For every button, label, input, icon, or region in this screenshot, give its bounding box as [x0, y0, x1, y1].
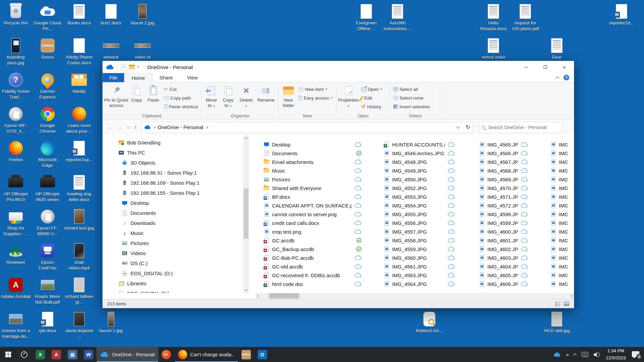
desktop-icon[interactable]: ?Fidelity Active Trad...	[0, 72, 32, 100]
scroll-right-icon[interactable]	[568, 295, 574, 297]
desktop-icon[interactable]: Learn more about your ...	[63, 106, 95, 134]
desktop-icon[interactable]: request for 150 plans.pdf	[509, 3, 541, 32]
up-button[interactable]: ↑	[134, 124, 137, 130]
desktop-icon[interactable]: edward	[95, 38, 127, 60]
desktop-icon[interactable]: netsol order	[478, 38, 509, 60]
desktop-icon[interactable]: Shop for Supplies - ...	[0, 208, 32, 237]
desktop-icon[interactable]: Hello Rosaria.docx	[478, 3, 509, 32]
file-item[interactable]: IMG_4557.JPG	[384, 227, 455, 236]
sidebar-item-eos-digital-d-[interactable]: EOS_DIGITAL (D:)	[103, 288, 249, 293]
nav-scrollbar[interactable]	[243, 135, 249, 293]
file-item[interactable]: IMG_4572.JPG	[479, 201, 528, 210]
taskbar-onedrive-window[interactable]: OneDrive - Personal	[97, 347, 158, 362]
file-item[interactable]: IMG_4558.JPG	[384, 236, 455, 245]
new-folder-quick-icon[interactable]	[129, 65, 135, 69]
taskbar-word[interactable]: W	[80, 347, 97, 362]
desktop-icon[interactable]: Epson WF-3720_4...	[0, 106, 32, 134]
breadcrumb-chevron-icon[interactable]	[205, 126, 208, 128]
sidebar-item-videos[interactable]: Videos	[103, 248, 249, 258]
sidebar-item-libraries[interactable]: Libraries	[103, 278, 249, 288]
sidebar-item-3d-objects[interactable]: 3D Objects	[103, 158, 249, 168]
file-item[interactable]: IMG_46	[550, 149, 574, 158]
copy-to-button[interactable]: Copyto	[220, 84, 236, 108]
title-bar[interactable]: OneDrive - Personal ×	[103, 61, 574, 73]
copy-button[interactable]: Copy	[128, 84, 145, 103]
desktop-icon[interactable]: Wrptr.docx	[32, 311, 63, 334]
properties-button[interactable]: Properties	[338, 84, 359, 108]
scroll-up-icon[interactable]	[243, 135, 249, 141]
file-item[interactable]: IMG_4559.JPG	[384, 245, 455, 253]
cast-icon[interactable]	[579, 347, 591, 362]
recent-locations-icon[interactable]	[126, 125, 130, 128]
file-item[interactable]: Whtml code.doc	[264, 280, 362, 288]
thumbnails-view-icon[interactable]	[564, 302, 569, 306]
desktop-icon[interactable]: fidelity	[63, 72, 95, 95]
desktop-icon[interactable]: Xfinity Phone Codes.docx	[63, 38, 95, 66]
desktop-icon[interactable]: Google Chrome	[32, 106, 63, 134]
file-item[interactable]: IMG_46	[550, 210, 574, 219]
paste-button[interactable]: Paste	[145, 84, 162, 103]
horizontal-scrollbar-thumb[interactable]	[269, 293, 299, 299]
file-item[interactable]: Music	[264, 166, 362, 175]
select-none-button[interactable]: Select none	[391, 94, 432, 102]
file-item[interactable]: IMG_4554.JPG	[384, 201, 455, 210]
file-item[interactable]: AGC_Backup.accdb	[264, 245, 362, 253]
file-item[interactable]: IMG_46	[550, 184, 574, 192]
desktop-icon[interactable]: SONOSSonos	[32, 38, 63, 60]
desktop-icon[interactable]: HCG obit.jpg	[541, 311, 573, 334]
invert-selection-button[interactable]: Invert selection	[391, 102, 432, 111]
desktop-icon[interactable]: scenes from a marriage.do...	[0, 311, 32, 340]
copy-path-button[interactable]: Copy path	[162, 94, 200, 102]
file-item[interactable]: IMG_46	[550, 158, 574, 166]
desktop-icon[interactable]: howling dog letter.docx	[63, 174, 95, 203]
file-item[interactable]: IMG_46	[550, 262, 574, 271]
sidebar-item-bob-griendling[interactable]: Bob Griendling	[103, 137, 249, 147]
desktop-icon[interactable]: ♻Recycle Bin	[0, 3, 32, 26]
desktop-icon[interactable]: faucet 2.jpg	[127, 3, 158, 26]
desktop-icon[interactable]: test1.docx	[95, 3, 127, 26]
file-item[interactable]: Shared with Everyone	[264, 184, 362, 192]
tab-share[interactable]: Share	[152, 73, 180, 82]
tab-view[interactable]: View	[180, 73, 205, 82]
easy-access-button[interactable]: Easy access	[297, 94, 335, 102]
paste-shortcut-button[interactable]: Paste shortcut	[162, 102, 200, 111]
tab-file[interactable]: File	[103, 73, 124, 82]
file-item[interactable]: IMG_46	[550, 219, 574, 227]
file-item[interactable]: IMG_46	[550, 236, 574, 245]
open-button[interactable]: Open	[359, 85, 384, 94]
file-item[interactable]: Email attachments	[264, 158, 362, 166]
scroll-down-icon[interactable]	[243, 287, 249, 293]
taskbar-firefox-window[interactable]: Can't change availa...	[174, 347, 238, 362]
file-item[interactable]: IMG_46	[550, 201, 574, 210]
sidebar-item-documents[interactable]: Documents	[103, 208, 249, 218]
desktop-icon[interactable]: faucet 1.jpg	[95, 311, 127, 334]
desktop-icon[interactable]: Epson FastFoto	[32, 243, 63, 271]
tray-overflow-icon[interactable]: »	[564, 347, 571, 362]
desktop-icon[interactable]: Roads Were Not Built.pdf	[32, 277, 63, 305]
desktop-icon[interactable]: richard kurt.jpg	[63, 208, 95, 231]
pin-to-quick-access-button[interactable]: Pin to Quickaccess	[104, 84, 128, 108]
file-item[interactable]: Pictures	[264, 175, 362, 184]
desktop-icon[interactable]: chair video.mp4	[63, 243, 95, 271]
file-item[interactable]: IMG_46	[550, 140, 574, 149]
address-dropdown-icon[interactable]	[453, 122, 463, 133]
sidebar-item-eos-digital-d-[interactable]: EOS_DIGITAL (D:)	[103, 268, 249, 278]
desktop-icon[interactable]: Evergreen Offline ...	[351, 3, 382, 32]
file-item[interactable]: Documents	[264, 149, 362, 158]
details-view-icon[interactable]	[555, 302, 560, 306]
desktop-icon[interactable]: AAdobe Acrobat	[0, 277, 32, 300]
file-item[interactable]: AGC-old.accdb	[264, 262, 362, 271]
file-item[interactable]: cannot connect to server.png	[264, 210, 362, 219]
clock[interactable]: 1:34 PM 12/5/2023	[602, 348, 629, 361]
tray-onedrive-icon[interactable]	[551, 347, 564, 362]
taskbar-outlook[interactable]: O	[254, 347, 270, 362]
file-item[interactable]: IMG_46	[550, 253, 574, 262]
desktop-icon[interactable]: Dear	[541, 38, 573, 60]
desktop-icon[interactable]: RobertJ.Gri...	[414, 311, 445, 334]
scroll-left-icon[interactable]	[256, 295, 261, 297]
sidebar-item-desktop[interactable]: Desktop	[103, 198, 249, 208]
minimize-ribbon-icon[interactable]	[555, 76, 559, 80]
file-item[interactable]: IMG_4567.JPG	[479, 158, 528, 166]
file-item[interactable]: Wcredit card calls.docx	[264, 219, 362, 227]
maximize-button[interactable]	[536, 61, 555, 73]
